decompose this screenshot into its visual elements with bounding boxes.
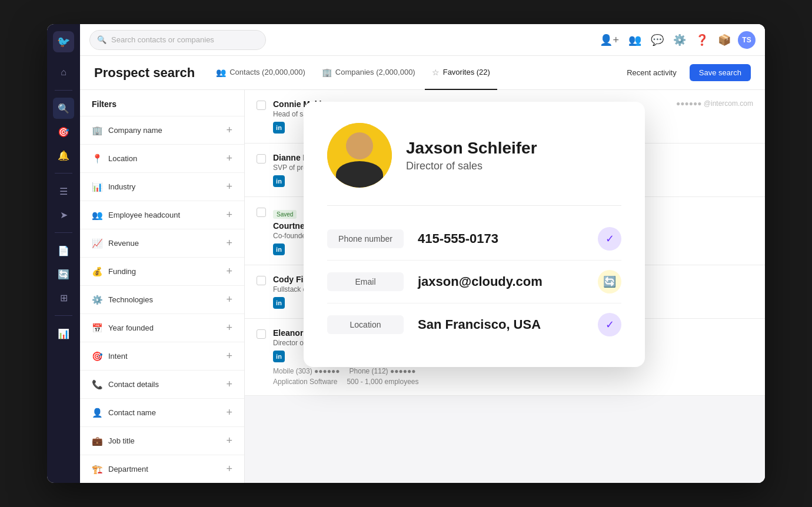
email-loading-icon: 🔄 [598,270,621,293]
filter-contact-details[interactable]: 📞 Contact details + [80,371,244,399]
email-field-value: jaxson@cloudy.com [418,274,598,289]
industry-icon: 📊 [92,182,102,192]
result-checkbox-0[interactable] [257,101,266,110]
sidebar-item-doc[interactable]: 📄 [53,240,74,261]
filter-company-name[interactable]: 🏢 Company name + [80,116,244,145]
job-title-icon: 💼 [92,436,102,446]
profile-email-field: Email jaxson@cloudy.com 🔄 [327,261,621,303]
main-content: 🔍 Search contacts or companies 👤+ 👥 💬 ⚙️… [80,24,765,483]
sidebar-item-grid[interactable]: ⊞ [53,287,74,308]
profile-header: Jaxson Schleifer Director of sales [327,123,621,188]
profile-name: Jaxson Schleifer [406,139,537,158]
sidebar-divider-3 [55,232,72,233]
filter-intent-label: Intent [108,352,128,361]
help-icon[interactable]: ❓ [693,31,711,49]
company-name-plus-icon: + [226,124,232,136]
favorites-icon: ☆ [432,68,440,77]
result-email-0: ●●●●●● @intercom.com [676,99,753,108]
contact-details-plus-icon: + [226,378,232,391]
email-field-label: Email [327,272,404,291]
result-checkbox-2[interactable] [257,208,266,217]
filter-employee-headcount[interactable]: 👥 Employee headcount + [80,201,244,229]
year-founded-icon: 📅 [92,323,102,333]
location-verified-icon: ✓ [598,313,621,336]
job-title-plus-icon: + [226,435,232,447]
search-box[interactable]: 🔍 Search contacts or companies [89,30,266,50]
save-search-button[interactable]: Save search [690,64,751,81]
result-checkbox-3[interactable] [257,276,266,285]
app-logo: 🐦 [53,31,74,52]
tab-favorites-label: Favorites (22) [443,68,490,76]
sidebar-item-target[interactable]: 🎯 [53,121,74,142]
tab-bar: 👥 Contacts (20,000,000) 🏢 Companies (2,0… [209,56,621,90]
tab-favorites[interactable]: ☆ Favorites (22) [425,56,497,90]
headcount-plus-icon: + [226,209,232,221]
sidebar-item-send[interactable]: ➤ [53,204,74,225]
sidebar-item-bell[interactable]: 🔔 [53,145,74,166]
year-founded-plus-icon: + [226,322,232,334]
box-icon[interactable]: 📦 [716,31,733,49]
contact-name-icon: 👤 [92,408,102,418]
header-actions: Recent activity Save search [621,64,751,81]
funding-plus-icon: + [226,265,232,278]
result-checkbox-4[interactable] [257,329,266,339]
phone-field-value: 415-555-0173 [418,231,598,246]
sidebar-item-home[interactable]: ⌂ [53,62,74,83]
filter-intent[interactable]: 🎯 Intent + [80,342,244,371]
sidebar-divider-4 [55,315,72,316]
sidebar: 🐦 ⌂ 🔍 🎯 🔔 ☰ ➤ 📄 🔄 ⊞ 📊 [47,24,80,483]
profile-phone-field: Phone number 415-555-0173 ✓ [327,218,621,261]
filter-technologies[interactable]: ⚙️ Technologies + [80,286,244,314]
companies-icon: 🏢 [322,68,332,77]
settings-icon[interactable]: ⚙️ [671,31,688,49]
sidebar-item-list[interactable]: ☰ [53,181,74,202]
search-icon: 🔍 [97,35,107,44]
filter-job-title-label: Job title [108,436,135,445]
linkedin-badge-1[interactable]: in [273,175,285,187]
page-header: Prospect search 👥 Contacts (20,000,000) … [80,56,765,90]
filter-contact-name[interactable]: 👤 Contact name + [80,399,244,427]
sidebar-item-refresh[interactable]: 🔄 [53,263,74,285]
filter-year-founded[interactable]: 📅 Year founded + [80,314,244,342]
sidebar-item-search[interactable]: 🔍 [53,98,74,119]
chat-icon[interactable]: 💬 [648,31,666,49]
phone-label-4: Phone (112) ●●●●●● [350,367,416,375]
technologies-icon: ⚙️ [92,295,102,305]
industry-plus-icon: + [226,181,232,193]
linkedin-badge-3[interactable]: in [273,297,285,309]
tab-companies[interactable]: 🏢 Companies (2,000,000) [315,56,422,90]
result-checkbox-1[interactable] [257,154,266,164]
phone-verified-icon: ✓ [598,227,621,251]
filter-industry-label: Industry [108,182,135,191]
linkedin-badge-2[interactable]: in [273,244,285,255]
filter-revenue[interactable]: 📈 Revenue + [80,229,244,258]
profile-name-block: Jaxson Schleifer Director of sales [406,139,537,172]
add-person-icon[interactable]: 👤+ [597,31,621,49]
user-avatar[interactable]: TS [738,31,756,49]
location-plus-icon: + [226,152,232,165]
sidebar-item-chart[interactable]: 📊 [53,323,74,344]
tab-contacts-label: Contacts (20,000,000) [229,68,305,76]
filter-funding[interactable]: 💰 Funding + [80,258,244,286]
filter-company-name-label: Company name [108,126,162,135]
company-name-icon: 🏢 [92,125,102,136]
recent-activity-button[interactable]: Recent activity [621,65,683,81]
linkedin-badge-4[interactable]: in [273,351,285,362]
location-icon: 📍 [92,154,102,164]
saved-badge-2: Saved [273,210,297,219]
company-type-4: Application Software [273,378,337,386]
filter-technologies-label: Technologies [108,295,153,304]
linkedin-badge-0[interactable]: in [273,122,285,134]
filter-department-label: Department [108,465,148,473]
filter-department[interactable]: 🏗️ Department + [80,455,244,483]
filter-location[interactable]: 📍 Location + [80,145,244,173]
filter-funding-label: Funding [108,267,136,276]
team-icon[interactable]: 👥 [626,31,644,49]
location-field-label: Location [327,315,404,334]
search-input-placeholder: Search contacts or companies [111,35,214,44]
topbar: 🔍 Search contacts or companies 👤+ 👥 💬 ⚙️… [80,24,765,56]
profile-card: Jaxson Schleifer Director of sales Phone… [304,102,645,367]
tab-contacts[interactable]: 👥 Contacts (20,000,000) [209,56,312,90]
filter-job-title[interactable]: 💼 Job title + [80,427,244,455]
filter-industry[interactable]: 📊 Industry + [80,173,244,201]
